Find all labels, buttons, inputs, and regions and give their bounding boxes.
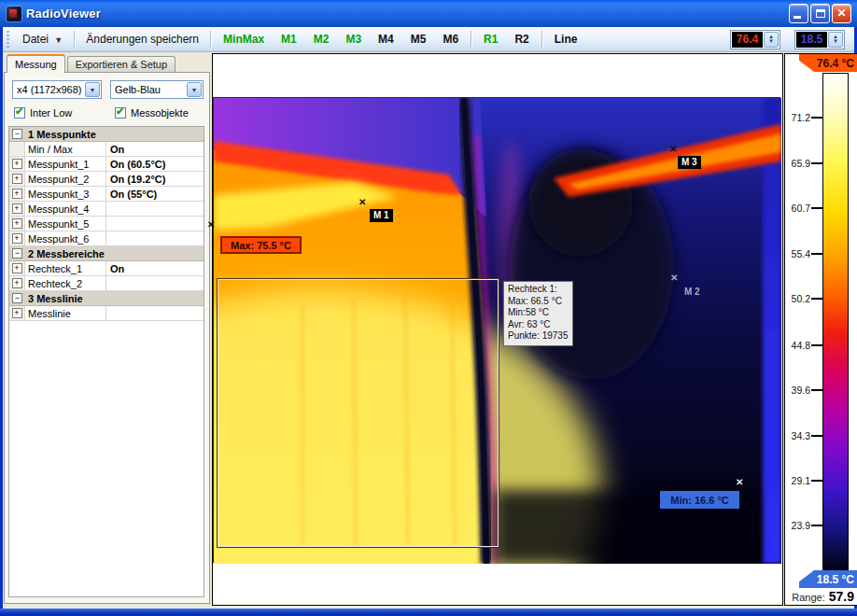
thermal-image[interactable]: ✕ ✕ M 1 ✕ M 3 ✕ M 2 ✕ Max: 75.5 °C Min: …: [213, 97, 780, 563]
expand-icon[interactable]: +: [12, 159, 22, 169]
tree-row-label: Messpunkt_2: [25, 172, 106, 186]
toolbar-button-minmax[interactable]: MinMax: [215, 30, 273, 49]
toolbar-separator: [210, 31, 211, 48]
title-bar[interactable]: RadioViewer ✕: [0, 0, 857, 27]
tree-item-row[interactable]: +Messpunkt_2On (19.2°C): [9, 172, 204, 187]
toolbar-button-m6[interactable]: M6: [434, 30, 467, 49]
sidebar: x4 (1172x968) ▼ Gelb-Blau ▼ Inter Low Me…: [4, 54, 211, 605]
tree-group-row[interactable]: −3 Messlinie: [9, 291, 204, 306]
minimize-icon: [794, 16, 801, 19]
tree-item-row[interactable]: +Rechteck_1On: [9, 261, 204, 276]
max-temp-value[interactable]: 76.4: [732, 32, 763, 48]
app-icon: [7, 7, 21, 21]
expand-icon[interactable]: +: [12, 278, 22, 288]
maximize-button[interactable]: [810, 4, 830, 23]
spin-down-icon: ▼: [833, 39, 838, 44]
tree-item-row[interactable]: +Messpunkt_1On (60.5°C): [9, 157, 204, 172]
inter-low-checkbox[interactable]: Inter Low: [14, 107, 72, 119]
measure-rectangle[interactable]: [218, 279, 499, 547]
scale-tick: 29.1: [785, 475, 823, 486]
expand-icon[interactable]: +: [12, 263, 22, 273]
scale-tick-dash: [811, 207, 823, 209]
expand-column: +: [9, 157, 25, 171]
range-label: Range:: [792, 592, 824, 603]
m2-marker-label[interactable]: M 2: [684, 287, 700, 297]
m3-marker-icon[interactable]: ✕: [669, 145, 677, 154]
dropdown-button[interactable]: ▼: [187, 82, 202, 97]
toolbar-button-r1[interactable]: R1: [475, 30, 506, 49]
expand-icon[interactable]: +: [12, 218, 22, 229]
toolbar-button-m5[interactable]: M5: [402, 30, 435, 49]
tree-group-row[interactable]: −2 Messbereiche: [9, 246, 204, 261]
tree-item-row[interactable]: +Messpunkt_6: [9, 231, 204, 246]
toolbar-button-m1[interactable]: M1: [273, 30, 305, 49]
scale-tick-label: 71.2: [792, 112, 810, 123]
toolbar-button-m2[interactable]: M2: [305, 30, 338, 49]
expand-column: −: [9, 246, 25, 260]
min-temp-value[interactable]: 18.5: [796, 32, 827, 48]
spin-down-icon: ▼: [768, 39, 774, 44]
minimize-button[interactable]: [789, 4, 808, 23]
toolbar-button-r2[interactable]: R2: [506, 30, 537, 49]
scale-tick-label: 34.3: [792, 430, 810, 441]
toolbar-grip[interactable]: [7, 31, 9, 48]
m1-marker-icon[interactable]: ✕: [358, 198, 366, 207]
datei-menu-button[interactable]: Datei ▼: [15, 30, 70, 49]
toolbar-button-m3[interactable]: M3: [337, 30, 370, 49]
toolbar-button-line[interactable]: Line: [546, 30, 586, 49]
palette-select[interactable]: Gelb-Blau ▼: [110, 80, 204, 99]
collapse-icon[interactable]: −: [12, 293, 22, 303]
expand-column: +: [9, 261, 25, 275]
max-temp-spinner[interactable]: ▲▼: [764, 32, 779, 48]
close-button[interactable]: ✕: [832, 4, 851, 23]
expand-icon[interactable]: +: [12, 174, 22, 184]
expand-icon[interactable]: +: [12, 203, 22, 214]
m3-marker-label[interactable]: M 3: [678, 156, 701, 169]
expand-column: +: [9, 276, 25, 290]
scale-max-tag[interactable]: 76.4 °C: [799, 54, 857, 72]
save-changes-button[interactable]: Änderungen speichern: [78, 30, 206, 49]
min-point-marker[interactable]: ✕: [736, 478, 743, 487]
m1-marker-label[interactable]: M 1: [370, 209, 393, 222]
tree-row-label: Messpunkt_3: [25, 187, 106, 201]
collapse-icon[interactable]: −: [12, 248, 22, 259]
tree-item-row[interactable]: +Messlinie: [9, 306, 204, 321]
tooltip-line: Min:58 °C: [508, 307, 569, 319]
tab-exportieren-setup[interactable]: Exportieren & Setup: [67, 56, 176, 73]
expand-icon[interactable]: +: [12, 308, 22, 318]
tree-item-row[interactable]: Min / MaxOn: [9, 142, 204, 157]
rectangle-tooltip: Rechteck 1:Max: 66.5 °CMin:58 °CAvr: 63 …: [503, 281, 573, 346]
scale-min-tag[interactable]: 18.5 °C: [799, 570, 857, 588]
datei-menu-label: Datei: [22, 33, 49, 46]
scale-tick-label: 65.9: [792, 158, 810, 169]
palette-select-value: Gelb-Blau: [111, 84, 186, 95]
tree-item-row[interactable]: +Messpunkt_5: [9, 217, 204, 231]
toolbar-separator: [471, 31, 471, 48]
tree-item-row[interactable]: +Rechteck_2: [9, 276, 204, 291]
scale-tick: 34.3: [785, 430, 823, 441]
expand-icon[interactable]: +: [12, 189, 22, 199]
tooltip-line: Avr: 63 °C: [508, 319, 569, 331]
line-endpoint-marker[interactable]: ✕: [207, 220, 215, 230]
color-scale-bar[interactable]: [822, 73, 849, 572]
m2-marker-icon[interactable]: ✕: [670, 273, 678, 283]
tree-row-label: Messlinie: [25, 306, 106, 320]
zoom-select[interactable]: x4 (1172x968) ▼: [12, 80, 102, 99]
client-area: x4 (1172x968) ▼ Gelb-Blau ▼ Inter Low Me…: [3, 52, 854, 609]
tab-messung[interactable]: Messung: [7, 54, 65, 73]
messobjekte-checkbox[interactable]: Messobjekte: [115, 107, 189, 119]
toolbar-button-m4[interactable]: M4: [370, 30, 402, 49]
tree-item-row[interactable]: +Messpunkt_4: [9, 202, 204, 217]
collapse-icon[interactable]: −: [12, 129, 22, 139]
min-temp-tag[interactable]: Min: 16.6 °C: [660, 491, 739, 509]
close-icon: ✕: [833, 7, 850, 20]
max-temp-tag[interactable]: Max: 75.5 °C: [220, 236, 302, 254]
tree-item-row[interactable]: +Messpunkt_3On (55°C): [9, 187, 204, 202]
tree-row-value: On (19.2°C): [106, 174, 204, 185]
dropdown-button[interactable]: ▼: [85, 82, 100, 97]
tree-group-row[interactable]: −1 Messpunkte: [9, 127, 204, 142]
tree-row-label: 1 Messpunkte: [25, 127, 96, 141]
expand-icon[interactable]: +: [12, 233, 22, 244]
tree-row-label: 3 Messlinie: [25, 291, 83, 305]
min-temp-spinner[interactable]: ▲▼: [828, 32, 843, 48]
